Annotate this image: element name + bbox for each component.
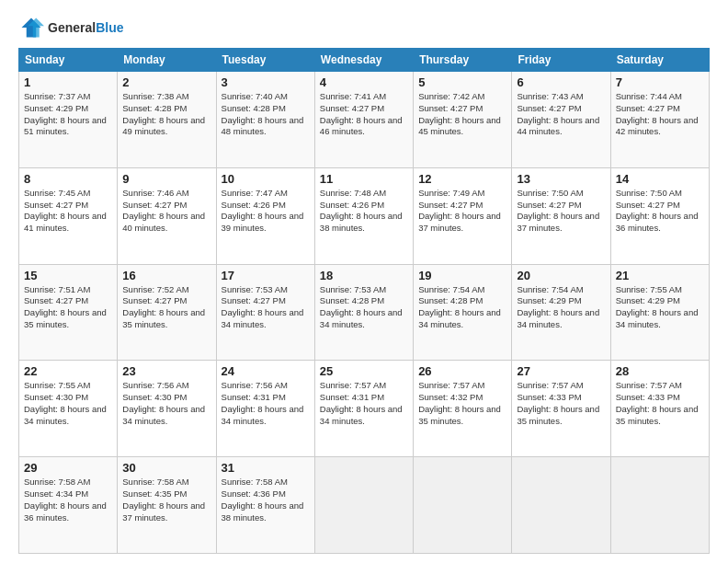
day-number: 2 bbox=[122, 75, 210, 89]
day-number: 25 bbox=[320, 364, 408, 378]
calendar-cell: 2Sunrise: 7:38 AMSunset: 4:28 PMDaylight… bbox=[118, 72, 216, 168]
day-number: 11 bbox=[320, 172, 408, 186]
day-info: Sunrise: 7:47 AMSunset: 4:26 PMDaylight:… bbox=[222, 188, 310, 235]
calendar-cell: 17Sunrise: 7:53 AMSunset: 4:27 PMDayligh… bbox=[216, 264, 314, 361]
day-info: Sunrise: 7:37 AMSunset: 4:29 PMDaylight:… bbox=[24, 91, 112, 138]
day-number: 21 bbox=[616, 269, 704, 282]
day-info: Sunrise: 7:58 AMSunset: 4:34 PMDaylight:… bbox=[24, 477, 112, 523]
day-info: Sunrise: 7:53 AMSunset: 4:28 PMDaylight:… bbox=[320, 284, 408, 331]
calendar-cell: 9Sunrise: 7:46 AMSunset: 4:27 PMDaylight… bbox=[118, 167, 216, 264]
day-number: 13 bbox=[517, 172, 605, 186]
day-info: Sunrise: 7:58 AMSunset: 4:36 PMDaylight:… bbox=[222, 477, 310, 523]
calendar-cell: 19Sunrise: 7:54 AMSunset: 4:28 PMDayligh… bbox=[414, 264, 512, 361]
calendar-cell: 11Sunrise: 7:48 AMSunset: 4:26 PMDayligh… bbox=[314, 167, 413, 264]
day-info: Sunrise: 7:57 AMSunset: 4:31 PMDaylight:… bbox=[320, 380, 408, 427]
day-info: Sunrise: 7:45 AMSunset: 4:27 PMDaylight:… bbox=[24, 188, 112, 235]
logo-icon bbox=[18, 15, 44, 40]
calendar-cell: 29Sunrise: 7:58 AMSunset: 4:34 PMDayligh… bbox=[19, 457, 118, 554]
calendar-cell: 3Sunrise: 7:40 AMSunset: 4:28 PMDaylight… bbox=[216, 72, 314, 168]
calendar-cell: 4Sunrise: 7:41 AMSunset: 4:27 PMDaylight… bbox=[314, 72, 413, 168]
calendar-cell: 20Sunrise: 7:54 AMSunset: 4:29 PMDayligh… bbox=[512, 264, 610, 361]
day-info: Sunrise: 7:48 AMSunset: 4:26 PMDaylight:… bbox=[320, 188, 408, 235]
day-number: 27 bbox=[517, 364, 605, 378]
day-info: Sunrise: 7:57 AMSunset: 4:32 PMDaylight:… bbox=[418, 380, 506, 427]
day-info: Sunrise: 7:57 AMSunset: 4:33 PMDaylight:… bbox=[517, 380, 605, 427]
day-info: Sunrise: 7:40 AMSunset: 4:28 PMDaylight:… bbox=[222, 91, 310, 138]
day-number: 4 bbox=[320, 75, 408, 89]
day-info: Sunrise: 7:50 AMSunset: 4:27 PMDaylight:… bbox=[616, 188, 704, 235]
day-number: 15 bbox=[24, 269, 112, 282]
day-number: 14 bbox=[616, 172, 704, 186]
day-number: 20 bbox=[517, 269, 605, 282]
day-number: 24 bbox=[222, 364, 310, 378]
calendar-cell: 18Sunrise: 7:53 AMSunset: 4:28 PMDayligh… bbox=[314, 264, 413, 361]
logo: GeneralBlue bbox=[18, 15, 123, 40]
day-number: 16 bbox=[122, 269, 210, 282]
day-info: Sunrise: 7:53 AMSunset: 4:27 PMDaylight:… bbox=[222, 284, 310, 331]
calendar-cell: 21Sunrise: 7:55 AMSunset: 4:29 PMDayligh… bbox=[610, 264, 709, 361]
calendar-cell: 27Sunrise: 7:57 AMSunset: 4:33 PMDayligh… bbox=[512, 361, 610, 457]
day-info: Sunrise: 7:44 AMSunset: 4:27 PMDaylight:… bbox=[616, 91, 704, 138]
day-number: 17 bbox=[222, 269, 310, 282]
weekday-header: Tuesday bbox=[216, 49, 314, 72]
weekday-header: Thursday bbox=[414, 49, 512, 72]
weekday-header: Friday bbox=[512, 49, 610, 72]
calendar-cell bbox=[314, 457, 413, 554]
day-number: 31 bbox=[222, 461, 310, 475]
day-number: 18 bbox=[320, 269, 408, 282]
day-info: Sunrise: 7:43 AMSunset: 4:27 PMDaylight:… bbox=[517, 91, 605, 138]
calendar-cell: 25Sunrise: 7:57 AMSunset: 4:31 PMDayligh… bbox=[314, 361, 413, 457]
header: GeneralBlue bbox=[18, 15, 710, 40]
calendar-cell: 1Sunrise: 7:37 AMSunset: 4:29 PMDaylight… bbox=[19, 72, 118, 168]
day-info: Sunrise: 7:38 AMSunset: 4:28 PMDaylight:… bbox=[122, 91, 210, 138]
calendar-cell: 12Sunrise: 7:49 AMSunset: 4:27 PMDayligh… bbox=[414, 167, 512, 264]
weekday-header: Sunday bbox=[19, 49, 118, 72]
calendar-cell: 15Sunrise: 7:51 AMSunset: 4:27 PMDayligh… bbox=[19, 264, 118, 361]
day-info: Sunrise: 7:50 AMSunset: 4:27 PMDaylight:… bbox=[517, 188, 605, 235]
day-number: 6 bbox=[517, 75, 605, 89]
calendar-cell: 23Sunrise: 7:56 AMSunset: 4:30 PMDayligh… bbox=[118, 361, 216, 457]
calendar-cell: 5Sunrise: 7:42 AMSunset: 4:27 PMDaylight… bbox=[414, 72, 512, 168]
day-info: Sunrise: 7:41 AMSunset: 4:27 PMDaylight:… bbox=[320, 91, 408, 138]
calendar-cell: 14Sunrise: 7:50 AMSunset: 4:27 PMDayligh… bbox=[610, 167, 709, 264]
calendar-cell bbox=[414, 457, 512, 554]
calendar-cell: 10Sunrise: 7:47 AMSunset: 4:26 PMDayligh… bbox=[216, 167, 314, 264]
calendar-cell: 22Sunrise: 7:55 AMSunset: 4:30 PMDayligh… bbox=[19, 361, 118, 457]
day-info: Sunrise: 7:54 AMSunset: 4:29 PMDaylight:… bbox=[517, 284, 605, 331]
day-number: 28 bbox=[616, 364, 704, 378]
day-number: 3 bbox=[222, 75, 310, 89]
day-info: Sunrise: 7:52 AMSunset: 4:27 PMDaylight:… bbox=[122, 284, 210, 331]
day-info: Sunrise: 7:56 AMSunset: 4:31 PMDaylight:… bbox=[222, 380, 310, 427]
weekday-header: Wednesday bbox=[314, 49, 413, 72]
day-info: Sunrise: 7:57 AMSunset: 4:33 PMDaylight:… bbox=[616, 380, 704, 427]
day-info: Sunrise: 7:54 AMSunset: 4:28 PMDaylight:… bbox=[418, 284, 506, 331]
calendar-cell: 13Sunrise: 7:50 AMSunset: 4:27 PMDayligh… bbox=[512, 167, 610, 264]
calendar-cell bbox=[610, 457, 709, 554]
calendar-cell: 26Sunrise: 7:57 AMSunset: 4:32 PMDayligh… bbox=[414, 361, 512, 457]
day-info: Sunrise: 7:51 AMSunset: 4:27 PMDaylight:… bbox=[24, 284, 112, 331]
day-number: 1 bbox=[24, 75, 112, 89]
day-info: Sunrise: 7:56 AMSunset: 4:30 PMDaylight:… bbox=[122, 380, 210, 427]
day-info: Sunrise: 7:46 AMSunset: 4:27 PMDaylight:… bbox=[122, 188, 210, 235]
day-number: 9 bbox=[122, 172, 210, 186]
calendar-cell: 24Sunrise: 7:56 AMSunset: 4:31 PMDayligh… bbox=[216, 361, 314, 457]
day-number: 10 bbox=[222, 172, 310, 186]
calendar-cell: 31Sunrise: 7:58 AMSunset: 4:36 PMDayligh… bbox=[216, 457, 314, 554]
day-info: Sunrise: 7:58 AMSunset: 4:35 PMDaylight:… bbox=[122, 477, 210, 523]
weekday-header: Saturday bbox=[610, 49, 709, 72]
calendar-cell: 30Sunrise: 7:58 AMSunset: 4:35 PMDayligh… bbox=[118, 457, 216, 554]
calendar-cell bbox=[512, 457, 610, 554]
calendar-cell: 6Sunrise: 7:43 AMSunset: 4:27 PMDaylight… bbox=[512, 72, 610, 168]
day-info: Sunrise: 7:55 AMSunset: 4:30 PMDaylight:… bbox=[24, 380, 112, 427]
day-number: 23 bbox=[122, 364, 210, 378]
logo-text: GeneralBlue bbox=[48, 20, 123, 36]
day-info: Sunrise: 7:42 AMSunset: 4:27 PMDaylight:… bbox=[418, 91, 506, 138]
calendar-table: SundayMondayTuesdayWednesdayThursdayFrid… bbox=[18, 48, 710, 554]
weekday-header: Monday bbox=[118, 49, 216, 72]
calendar-cell: 8Sunrise: 7:45 AMSunset: 4:27 PMDaylight… bbox=[19, 167, 118, 264]
day-number: 19 bbox=[418, 269, 506, 282]
day-number: 12 bbox=[418, 172, 506, 186]
day-number: 30 bbox=[122, 461, 210, 475]
calendar-cell: 16Sunrise: 7:52 AMSunset: 4:27 PMDayligh… bbox=[118, 264, 216, 361]
calendar-cell: 28Sunrise: 7:57 AMSunset: 4:33 PMDayligh… bbox=[610, 361, 709, 457]
